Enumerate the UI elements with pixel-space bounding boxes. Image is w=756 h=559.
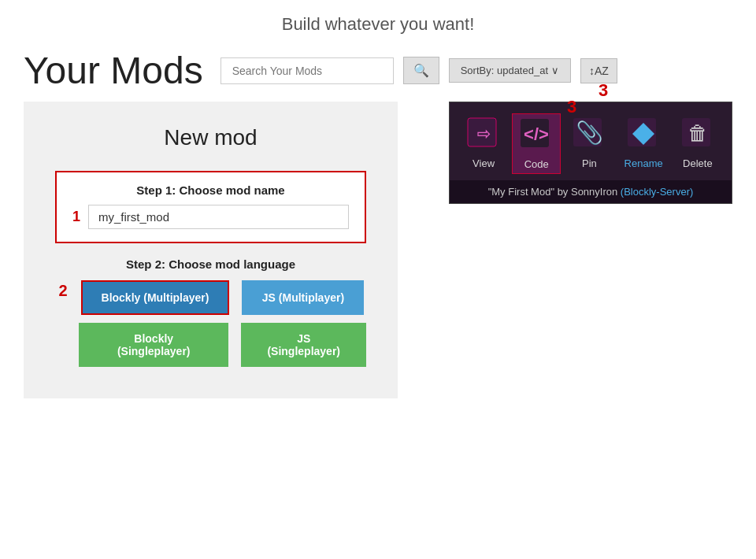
page-title: Your Mods — [24, 49, 203, 92]
az-icon: ↕AZ — [589, 65, 609, 77]
new-mod-panel: New mod Step 1: Choose mod name 1 Step 2… — [24, 102, 398, 398]
blockly-singleplayer-button[interactable]: Blockly (Singleplayer) — [79, 323, 228, 367]
pin-action[interactable]: 📎 Pin — [565, 113, 613, 174]
delete-icon: 🗑 — [680, 117, 715, 153]
annotation-3-label: 3 — [567, 97, 576, 117]
context-popup: 3 ⇨ View </> — [449, 102, 732, 204]
sort-button[interactable]: SortBy: updated_at ∨ — [449, 58, 571, 83]
page-header: Build whatever you want! — [0, 0, 756, 43]
popup-area: 3 ⇨ View </> — [421, 102, 732, 398]
js-multiplayer-button[interactable]: JS (Multiplayer) — [242, 280, 364, 315]
delete-label: Delete — [683, 157, 713, 169]
sort-label: SortBy: updated_at — [461, 65, 548, 76]
language-buttons: Blockly (Multiplayer) JS (Multiplayer) B… — [79, 280, 366, 367]
step2-number: 2 — [55, 282, 71, 367]
rename-action[interactable]: Rename — [618, 113, 669, 174]
delete-action[interactable]: 🗑 Delete — [674, 113, 721, 174]
popup-footer: "My First Mod" by SonnyIron (Blockly-Ser… — [450, 180, 732, 203]
svg-text:🗑: 🗑 — [687, 121, 708, 145]
step1-number: 1 — [72, 209, 80, 225]
view-label: View — [472, 157, 495, 169]
search-button[interactable]: 🔍 — [403, 57, 439, 84]
title-row: Your Mods 🔍 SortBy: updated_at ∨ ↕AZ — [0, 43, 756, 102]
step2-label: Step 2: Choose mod language — [55, 257, 366, 271]
pin-label: Pin — [582, 157, 597, 169]
multiplayer-row: Blockly (Multiplayer) JS (Multiplayer) — [81, 280, 365, 315]
az-sort-button[interactable]: ↕AZ — [580, 58, 617, 83]
view-icon: ⇨ — [466, 117, 501, 153]
tagline: Build whatever you want! — [282, 14, 475, 34]
popup-footer-text: "My First Mod" by SonnyIron — [488, 186, 618, 198]
popup-actions: ⇨ View </> Code — [450, 102, 732, 180]
chevron-down-icon: ∨ — [551, 65, 559, 76]
main-content: New mod Step 1: Choose mod name 1 Step 2… — [0, 102, 756, 398]
step1-label: Step 1: Choose mod name — [72, 183, 349, 197]
blockly-multiplayer-button[interactable]: Blockly (Multiplayer) — [81, 280, 230, 315]
annotation-3: 3 — [598, 80, 608, 101]
new-mod-title: New mod — [164, 125, 257, 150]
svg-text:📎: 📎 — [576, 120, 603, 146]
view-action[interactable]: ⇨ View — [460, 113, 507, 174]
step1-box: Step 1: Choose mod name 1 — [55, 171, 366, 243]
svg-text:⇨: ⇨ — [477, 120, 491, 146]
mod-name-input[interactable] — [88, 205, 349, 229]
svg-text:</>: </> — [524, 124, 549, 144]
js-singleplayer-button[interactable]: JS (Singleplayer) — [241, 323, 366, 367]
pin-icon: 📎 — [572, 117, 606, 153]
code-action[interactable]: </> Code — [512, 113, 561, 174]
code-label: Code — [524, 158, 549, 170]
singleplayer-row: Blockly (Singleplayer) JS (Singleplayer) — [79, 323, 366, 367]
rename-icon — [626, 117, 661, 153]
code-icon: </> — [519, 117, 554, 154]
rename-label: Rename — [624, 157, 663, 169]
search-icon: 🔍 — [413, 64, 429, 77]
step2-section: Step 2: Choose mod language 2 Blockly (M… — [55, 257, 366, 367]
search-input[interactable] — [220, 57, 394, 84]
popup-footer-highlight: (Blockly-Server) — [621, 186, 693, 198]
